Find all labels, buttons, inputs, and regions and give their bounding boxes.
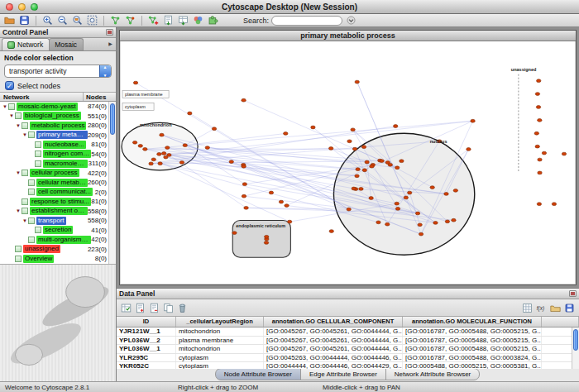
graph-node[interactable] [351,128,355,131]
vizmapper-button[interactable] [192,15,204,26]
zoom-selected-button[interactable] [71,15,84,26]
table-row[interactable]: YKR052Ccytoplasm[GO:0044444, GO:0044446,… [117,362,579,369]
tree-row[interactable]: response to stimu...81(0) [0,197,108,207]
graph-node[interactable] [452,218,456,222]
graph-node[interactable] [265,235,269,238]
graph-node[interactable] [232,232,237,235]
graph-node[interactable] [538,158,542,161]
network-canvas[interactable]: plasma membrane cytoplasm mitochondrion … [120,41,576,284]
expand-triangle-icon[interactable]: ▼ [2,104,8,109]
tree-row[interactable]: nitrogen compo...54(0) [0,150,108,160]
select-attributes-button[interactable] [120,302,132,313]
graph-node[interactable] [562,152,566,155]
new-network-button[interactable] [147,15,160,26]
matrix-view-button[interactable] [521,302,534,313]
graph-node[interactable] [538,118,542,122]
graph-node[interactable] [328,147,333,151]
table-column-header[interactable]: annotation.GO CELLULAR_COMPONENT [264,317,403,327]
graph-node[interactable] [143,147,147,151]
graph-node[interactable] [542,151,546,155]
graph-node[interactable] [183,144,187,147]
function-builder-button[interactable]: f(x) [535,302,548,313]
zoom-out-button[interactable] [56,15,69,26]
table-column-header[interactable]: ID [117,317,176,327]
graph-node[interactable] [552,203,556,206]
tree-column-nodes[interactable]: Nodes [83,93,116,101]
graph-node[interactable] [242,165,246,168]
table-row[interactable]: YPL036W__2plasma membrane[GO:0045267, GO… [117,337,579,346]
graph-node[interactable] [279,200,283,203]
graph-node[interactable] [165,146,170,150]
graph-node[interactable] [167,154,171,157]
tree-row[interactable]: ▼cellular process422(0) [0,169,108,179]
save-session-button[interactable] [18,15,31,26]
color-attribute-dropdown[interactable]: transporter activity [4,65,112,78]
tree-row[interactable]: ▼establishment of l...558(0) [0,207,108,217]
tab-scroll-right-icon[interactable] [107,40,114,48]
tree-column-network[interactable]: Network [0,93,83,101]
graph-node[interactable] [370,165,374,168]
graph-node[interactable] [242,194,246,198]
graph-node[interactable] [376,221,380,224]
destroy-network-button[interactable] [124,15,136,26]
tree-row[interactable]: ▼metabolic process280(0) [0,121,108,131]
graph-node[interactable] [538,171,542,174]
graph-node[interactable] [395,208,400,211]
zoom-in-button[interactable] [41,15,54,26]
tree-row[interactable]: nucleobase...81(0) [0,140,108,150]
graph-node[interactable] [352,147,356,151]
tab-edge-attribute-browser[interactable]: Edge Attribute Browser [300,368,386,380]
graph-node[interactable] [356,168,360,171]
graph-node[interactable] [157,152,161,155]
expand-triangle-icon[interactable]: ▼ [15,123,22,128]
new-attribute-button[interactable] [134,302,146,313]
close-window-button[interactable] [6,3,13,11]
control-panel-float-button[interactable] [106,29,113,36]
tree-row[interactable]: cellular metabol...260(0) [0,178,108,188]
graph-node[interactable] [365,160,369,164]
graph-node[interactable] [285,204,289,208]
plugins-button[interactable] [207,15,219,26]
graph-node[interactable] [467,148,471,151]
tree-row[interactable]: cell communicat...2(0) [0,188,108,198]
graph-node[interactable] [430,186,434,189]
graph-node[interactable] [453,189,457,192]
zoom-fit-button[interactable] [86,15,98,26]
graph-node[interactable] [395,166,400,170]
graph-node[interactable] [395,202,399,205]
graph-node[interactable] [151,158,156,161]
graph-node[interactable] [244,206,248,209]
graph-node[interactable] [537,203,541,206]
graph-node[interactable] [352,187,356,190]
graph-node[interactable] [179,161,184,165]
import-network-button[interactable] [162,15,175,26]
expand-triangle-icon[interactable]: ▼ [15,208,22,213]
graph-node[interactable] [212,127,216,131]
graph-node[interactable] [133,81,137,84]
graph-node[interactable] [359,187,363,190]
graph-node[interactable] [264,241,268,245]
graph-node[interactable] [415,212,419,215]
graph-node[interactable] [433,222,438,225]
graph-node[interactable] [347,140,352,143]
search-input[interactable] [271,16,342,26]
graph-node[interactable] [138,144,142,147]
graph-node[interactable] [229,160,233,164]
graph-node[interactable] [284,132,288,136]
graph-node[interactable] [355,174,359,178]
graph-node[interactable] [242,183,246,186]
show-network-button[interactable] [109,15,122,26]
table-row[interactable]: YPL036W__1mitochondrion[GO:0045267, GO:0… [117,345,579,354]
tab-network[interactable]: Network [2,38,50,50]
table-scrollbar[interactable] [572,327,579,369]
open-session-button[interactable] [3,15,16,26]
save-table-button[interactable] [563,302,576,313]
graph-node[interactable] [408,191,412,194]
graph-node[interactable] [537,79,541,83]
graph-node[interactable] [535,145,539,148]
graph-node[interactable] [161,152,165,155]
graph-node[interactable] [149,162,153,165]
tree-row[interactable]: unassigned223(0) [0,245,108,255]
graph-node[interactable] [380,160,384,163]
tab-mosaic[interactable]: Mosaic [49,38,84,50]
